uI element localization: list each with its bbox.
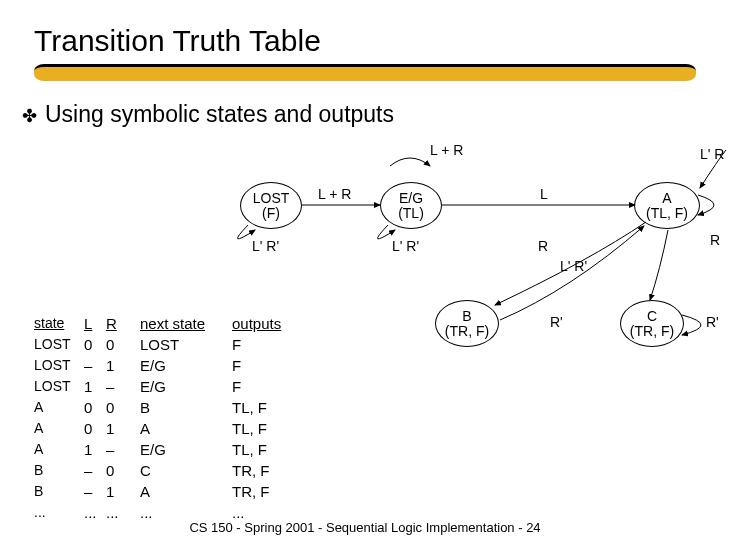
state-c-out: (TR, F) [630, 324, 674, 339]
cell: 1 [106, 481, 140, 502]
cell: A [140, 481, 232, 502]
cell: LOST [34, 355, 71, 376]
cell: LOST [34, 334, 71, 355]
cell: TL, F [232, 397, 322, 418]
truth-table: state LOST LOST LOST A A A B B ... L 0 –… [34, 313, 322, 523]
col-L: L 0 – 1 0 0 1 – – ... [84, 313, 106, 523]
label-eg-self: L' R' [392, 238, 419, 254]
cell: B [140, 397, 232, 418]
cell: B [34, 460, 43, 481]
cell: LOST [34, 376, 71, 397]
cell: LOST [140, 334, 232, 355]
cell: 1 [84, 439, 106, 460]
state-diagram: LOST (F) E/G (TL) A (TL, F) B (TR, F) C … [230, 150, 730, 320]
footer-text: CS 150 - Spring 2001 - Sequential Logic … [0, 520, 730, 535]
cell: 0 [106, 397, 140, 418]
cell: A [140, 418, 232, 439]
state-b-name: B [462, 309, 471, 324]
cell: E/G [140, 355, 232, 376]
hdr-R: R [106, 313, 140, 334]
accent-line [34, 64, 696, 81]
cell: 0 [84, 334, 106, 355]
cell: C [140, 460, 232, 481]
col-out: outputs F F F TL, F TL, F TL, F TR, F TR… [232, 313, 322, 523]
cell: 0 [84, 418, 106, 439]
cell: 1 [106, 355, 140, 376]
state-a: A (TL, F) [634, 182, 700, 229]
cell: TL, F [232, 418, 322, 439]
col-R: R 0 1 – 0 1 – 0 1 ... [106, 313, 140, 523]
cell: E/G [140, 376, 232, 397]
state-eg-name: E/G [399, 191, 423, 206]
label-top-lr: L + R [430, 142, 463, 158]
state-c-name: C [647, 309, 657, 324]
label-a-top: L' R [700, 146, 724, 162]
col-state: state LOST LOST LOST A A A B B ... [34, 313, 84, 523]
label-lost-self: L' R' [252, 238, 279, 254]
cell: 0 [84, 397, 106, 418]
state-c: C (TR, F) [620, 300, 684, 347]
label-eg-to-a: L [540, 186, 548, 202]
hdr-out: outputs [232, 313, 322, 334]
state-lost-out: (F) [262, 206, 280, 221]
cell: F [232, 355, 322, 376]
hdr-L: L [84, 313, 106, 334]
cell: F [232, 376, 322, 397]
bullet-item: ✤ Using symbolic states and outputs [22, 101, 696, 129]
label-b-to-a: R' [550, 314, 563, 330]
cell: TL, F [232, 439, 322, 460]
cell: – [84, 460, 106, 481]
cell: 0 [106, 460, 140, 481]
cell: B [34, 481, 43, 502]
cell: – [84, 481, 106, 502]
cell: E/G [140, 439, 232, 460]
cell: – [84, 355, 106, 376]
state-lost: LOST (F) [240, 182, 302, 229]
cell: 0 [106, 334, 140, 355]
cell: A [34, 418, 43, 439]
col-next: next state LOST E/G E/G B A E/G C A ... [140, 313, 232, 523]
cell: A [34, 397, 43, 418]
cell: – [106, 376, 140, 397]
bullet-icon: ✤ [22, 103, 37, 129]
label-c-self: R' [706, 314, 719, 330]
hdr-next: next state [140, 313, 232, 334]
label-lr-to-b: L' R' [560, 258, 587, 274]
cell: – [106, 439, 140, 460]
label-lost-to-eg: L + R [318, 186, 351, 202]
state-b-out: (TR, F) [445, 324, 489, 339]
hdr-state: state [34, 313, 64, 334]
bullet-text: Using symbolic states and outputs [45, 101, 394, 127]
cell: A [34, 439, 43, 460]
cell: 1 [106, 418, 140, 439]
state-eg: E/G (TL) [380, 182, 442, 229]
page-title: Transition Truth Table [34, 24, 696, 58]
label-a-self: R [710, 232, 720, 248]
cell: TR, F [232, 460, 322, 481]
state-eg-out: (TL) [398, 206, 424, 221]
state-a-name: A [662, 191, 671, 206]
state-a-out: (TL, F) [646, 206, 688, 221]
state-lost-name: LOST [253, 191, 290, 206]
label-r-to-c: R [538, 238, 548, 254]
cell: TR, F [232, 481, 322, 502]
cell: 1 [84, 376, 106, 397]
state-b: B (TR, F) [435, 300, 499, 347]
cell: F [232, 334, 322, 355]
